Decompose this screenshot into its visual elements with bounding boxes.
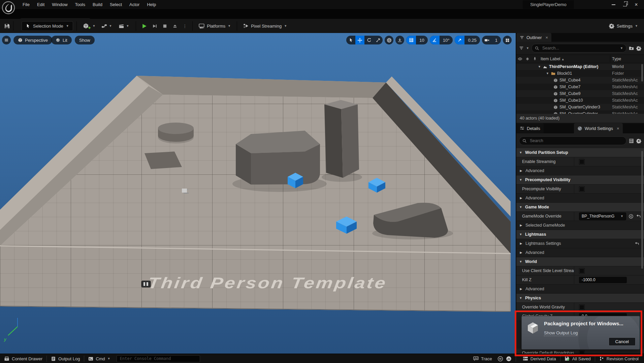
details-property[interactable]: Override World Gravity (516, 303, 644, 312)
details-property[interactable]: Enable Streaming (516, 157, 644, 166)
details-section[interactable]: ▼Game Mode (516, 203, 644, 212)
camera-icon[interactable] (482, 36, 492, 44)
outliner-row[interactable]: SM_Cube7StaticMeshAc (516, 84, 644, 90)
scale-tool-button[interactable] (374, 36, 383, 44)
close-icon[interactable]: × (546, 35, 548, 40)
console-command-box[interactable] (117, 355, 200, 362)
perspective-dropdown[interactable]: Perspective (13, 36, 52, 44)
chevron-down-icon[interactable]: ▼ (620, 46, 623, 50)
revision-control-button[interactable]: Revision Control (595, 354, 643, 363)
details-section[interactable]: ▼Precomputed Visibility (516, 175, 644, 185)
checkbox[interactable] (579, 186, 585, 192)
level-viewport[interactable]: Third Person Template y (0, 33, 516, 354)
world-local-toggle[interactable] (385, 36, 393, 44)
scale-snap-icon[interactable] (455, 36, 464, 44)
outliner-search-box[interactable]: ▼ (532, 44, 626, 53)
details-collapsed-row[interactable]: ▶Advanced (516, 166, 644, 175)
value-input[interactable]: -1000.0 (579, 277, 627, 283)
move-tool-button[interactable] (355, 36, 364, 44)
browse-to-asset-icon[interactable] (629, 214, 634, 219)
outliner-search-input[interactable] (542, 45, 618, 51)
close-button[interactable]: × (631, 0, 642, 9)
outliner-row[interactable]: SM_QuarterCylinderStaticMeshAc (516, 110, 644, 114)
cinematics-button[interactable]: ▼ (119, 23, 129, 29)
grid-snap-control[interactable]: 10 (406, 36, 427, 44)
grid-snap-icon[interactable] (406, 36, 416, 44)
gamemode-dropdown[interactable]: BP_ThirdPersonG▼ (579, 212, 626, 220)
display-options-icon[interactable] (629, 138, 634, 143)
pixel-streaming-dropdown[interactable]: Pixel Streaming ▼ (243, 23, 287, 29)
outliner-row[interactable]: SM_Cube4StaticMeshAc (516, 77, 644, 84)
settings-dropdown[interactable]: Settings ▼ (609, 23, 638, 29)
close-icon[interactable]: × (617, 126, 619, 131)
content-drawer-button[interactable]: Content Drawer (0, 354, 46, 363)
outliner-row[interactable]: SM_Cube10StaticMeshAc (516, 97, 644, 104)
tab-outliner[interactable]: Outliner × (516, 33, 551, 42)
play-options-kebab[interactable]: ⋮ (183, 24, 187, 29)
details-property[interactable]: GameMode OverrideBP_ThirdPersonG▼ (516, 212, 644, 221)
details-collapsed-row[interactable]: ▶Advanced (516, 194, 644, 203)
reset-to-default-icon[interactable] (636, 214, 641, 219)
trace-button[interactable]: Trace (469, 354, 496, 363)
details-collapsed-row[interactable]: ▶Advanced (516, 248, 644, 257)
tab-world-settings[interactable]: World Settings × (574, 123, 623, 133)
console-command-input[interactable] (119, 356, 197, 361)
add-folder-icon[interactable] (629, 46, 634, 51)
stats-button[interactable] (505, 354, 513, 363)
outliner-scrollbar[interactable] (641, 64, 643, 81)
menu-select[interactable]: Select (106, 0, 126, 9)
camera-speed-control[interactable]: 1 (482, 36, 501, 44)
menu-help[interactable]: Help (143, 0, 160, 9)
column-type[interactable]: Type (612, 57, 621, 61)
details-property[interactable]: Kill Z-1000.0 (516, 275, 644, 285)
all-saved-button[interactable]: All Saved (560, 354, 595, 363)
details-collapsed-row[interactable]: ▶Lightmass Settings (516, 239, 644, 248)
details-section[interactable]: ▼World Partition Setup (516, 148, 644, 157)
favorite-column-star-icon[interactable] (524, 57, 531, 61)
trace-pause-button[interactable] (496, 354, 505, 363)
checkbox[interactable] (579, 304, 585, 310)
details-search-input[interactable] (529, 138, 623, 143)
details-collapsed-row[interactable]: ▶Selected GameMode (516, 221, 644, 230)
cancel-button[interactable]: Cancel (609, 337, 636, 346)
menu-window[interactable]: Window (48, 0, 71, 9)
stop-button[interactable] (162, 24, 167, 29)
filter-icon[interactable] (519, 46, 524, 51)
expander-icon[interactable]: ▼ (538, 65, 541, 68)
scale-snap-value[interactable]: 0.25 (464, 38, 480, 43)
outliner-row[interactable]: SM_QuarterCylinder3StaticMeshAc (516, 104, 644, 110)
details-section[interactable]: ▼Physics (516, 294, 644, 303)
outliner-row[interactable]: ▼Block01Folder (516, 70, 644, 77)
scale-snap-control[interactable]: 0.25 (455, 36, 480, 44)
menu-tools[interactable]: Tools (71, 0, 89, 9)
menu-edit[interactable]: Edit (33, 0, 48, 9)
menu-build[interactable]: Build (89, 0, 106, 9)
gear-icon[interactable] (636, 46, 641, 51)
details-section[interactable]: ▼Lightmass (516, 230, 644, 239)
rotation-snap-control[interactable]: 10° (430, 36, 453, 44)
pin-column-icon[interactable] (531, 57, 539, 61)
editor-mode-dropdown[interactable]: Selection Mode ▼ (22, 21, 73, 31)
grid-snap-value[interactable]: 10 (416, 38, 427, 43)
checkbox[interactable] (579, 268, 585, 274)
minimize-button[interactable] (608, 0, 619, 9)
derived-data-button[interactable]: Derived Data (519, 354, 560, 363)
gear-icon[interactable] (636, 138, 641, 143)
menu-file[interactable]: File (19, 0, 33, 9)
details-scrollbar[interactable] (641, 151, 643, 269)
platforms-dropdown[interactable]: Platforms ▼ (199, 23, 231, 29)
chevron-down-icon[interactable]: ▼ (526, 46, 529, 50)
reset-to-default-icon[interactable] (635, 241, 639, 246)
select-tool-button[interactable] (346, 36, 355, 44)
show-output-log-link[interactable]: Show Output Log (544, 330, 578, 336)
viewport-options-button[interactable] (2, 36, 11, 44)
details-collapsed-row[interactable]: ▶Advanced (516, 285, 644, 294)
details-property[interactable]: Precompute Visibility (516, 185, 644, 194)
details-property[interactable]: Use Client Side Level Streami... (516, 266, 644, 275)
restore-button[interactable] (619, 0, 631, 9)
details-search-box[interactable] (519, 136, 626, 145)
expander-icon[interactable]: ▼ (546, 72, 549, 75)
maximize-viewport-button[interactable] (503, 36, 512, 44)
rotate-tool-button[interactable] (364, 36, 374, 44)
checkbox[interactable] (579, 350, 585, 354)
